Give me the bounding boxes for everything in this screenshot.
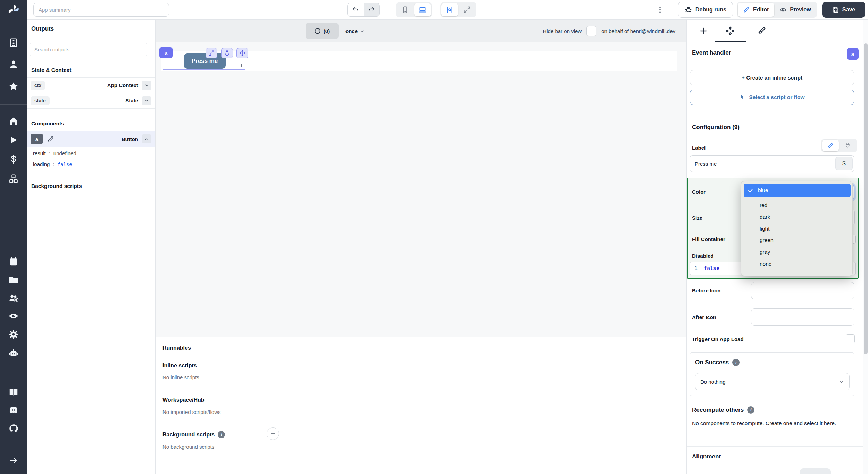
ctx-output-row[interactable]: ctx App Context — [27, 78, 155, 93]
panel-scrollbar[interactable] — [863, 20, 868, 474]
state-output-row[interactable]: state State — [27, 93, 155, 108]
trigger-on-app-load-label: Trigger On App Load — [692, 336, 744, 342]
color-option-none[interactable]: none — [741, 258, 852, 269]
edit-pencil-icon[interactable] — [47, 135, 54, 142]
inline-scripts-title: Inline scripts — [162, 363, 197, 369]
hide-bar-checkbox[interactable] — [586, 26, 596, 36]
editor-tab[interactable]: Editor — [738, 3, 774, 17]
refresh-count: (0) — [324, 28, 330, 34]
select-script-or-flow-button[interactable]: Select a script or flow — [690, 90, 854, 105]
more-options-kebab-icon[interactable] — [656, 5, 664, 15]
connect-plug-toggle[interactable] — [840, 140, 856, 151]
active-tab-underline — [715, 41, 746, 42]
user-icon[interactable] — [8, 59, 19, 69]
anchor-component-button[interactable] — [221, 48, 233, 58]
color-option-gray[interactable]: gray — [741, 246, 852, 258]
result-value: undefined — [53, 150, 76, 156]
color-option-red[interactable]: red — [741, 199, 852, 211]
label-field-label: Label — [692, 145, 706, 151]
on-success-select[interactable]: Do nothing — [695, 373, 850, 390]
expand-component-button[interactable] — [206, 48, 217, 58]
insert-component-tab[interactable] — [699, 26, 708, 36]
center-layout-button[interactable] — [441, 3, 458, 16]
search-outputs-input[interactable] — [30, 43, 147, 56]
after-icon-field[interactable] — [751, 308, 854, 326]
docs-book-icon[interactable] — [8, 387, 19, 397]
recompute-others-empty-text: No components to recompute. Create one a… — [692, 419, 848, 427]
left-nav-rail — [0, 0, 27, 474]
add-background-script-button[interactable] — [267, 427, 279, 440]
static-pencil-toggle[interactable] — [822, 140, 839, 151]
label-value-text: Press me — [695, 161, 717, 167]
loading-value: false — [58, 161, 72, 167]
alignment-control-partial[interactable] — [800, 468, 831, 474]
ai-robot-icon[interactable] — [8, 348, 19, 358]
component-id-badge: a — [847, 48, 859, 60]
color-option-dark[interactable]: dark — [741, 211, 852, 223]
groups-users-icon[interactable] — [8, 293, 19, 303]
component-id-badge: a — [31, 134, 43, 144]
undo-button[interactable] — [348, 3, 364, 16]
settings-gear-icon[interactable] — [8, 329, 19, 340]
run-mode-select[interactable]: once — [345, 20, 365, 42]
connect-dollar-button[interactable]: $ — [835, 157, 853, 170]
color-option-light[interactable]: light — [741, 223, 852, 234]
before-icon-field[interactable] — [751, 282, 854, 299]
favorites-star-icon[interactable] — [8, 81, 19, 92]
variables-dollar-icon[interactable] — [8, 154, 19, 165]
create-inline-script-button[interactable]: + Create an inline script — [690, 70, 854, 85]
workspace-icon[interactable] — [8, 38, 19, 48]
refresh-runs-button[interactable]: (0) — [306, 23, 339, 39]
component-id-badge[interactable]: a — [159, 47, 173, 58]
resources-cubes-icon[interactable] — [8, 174, 19, 184]
preview-tab[interactable]: Preview — [774, 3, 816, 17]
runs-play-icon[interactable] — [8, 135, 19, 145]
color-option-green[interactable]: green — [741, 234, 852, 246]
chevron-up-icon[interactable] — [142, 134, 151, 143]
result-output-line[interactable]: result : undefined — [33, 150, 76, 156]
home-icon[interactable] — [8, 116, 19, 126]
workspace-hub-empty: No imported scripts/flows — [162, 409, 221, 415]
audit-eye-icon[interactable] — [8, 311, 19, 321]
fullscreen-layout-button[interactable] — [459, 3, 475, 16]
desktop-view-button[interactable] — [414, 3, 431, 16]
bug-icon — [685, 6, 692, 14]
expand-sidebar-arrow-icon[interactable] — [9, 456, 18, 465]
mobile-view-button[interactable] — [397, 3, 414, 16]
folders-icon[interactable] — [8, 274, 19, 285]
divider — [687, 446, 868, 447]
debug-runs-button[interactable]: Debug runs — [678, 2, 733, 18]
disabled-value: false — [704, 265, 719, 272]
label-value-field[interactable]: Press me $ — [690, 155, 854, 172]
info-icon[interactable]: i — [747, 406, 754, 414]
loading-output-line[interactable]: loading : false — [33, 161, 72, 167]
app-summary-input[interactable] — [33, 3, 169, 17]
chevron-down-icon[interactable] — [142, 96, 151, 105]
info-icon[interactable]: i — [218, 431, 225, 438]
discord-icon[interactable] — [8, 405, 19, 415]
info-icon[interactable]: i — [732, 359, 740, 366]
color-option-label: blue — [758, 187, 768, 193]
move-component-button[interactable] — [236, 48, 248, 58]
result-key: result — [33, 150, 46, 156]
github-icon[interactable] — [8, 423, 19, 434]
save-button[interactable]: Save — [822, 2, 865, 18]
component-a-row[interactable]: a Button — [27, 131, 155, 147]
state-key-badge: state — [31, 96, 50, 105]
checkmark-icon — [748, 188, 753, 193]
ctx-key-badge: ctx — [31, 81, 45, 90]
editor-label: Editor — [753, 7, 769, 13]
trigger-on-app-load-checkbox[interactable] — [846, 334, 855, 343]
windmill-logo[interactable] — [7, 3, 20, 17]
color-option-blue-selected[interactable]: blue — [744, 184, 851, 197]
schedules-calendar-icon[interactable] — [8, 256, 19, 267]
scrollbar-thumb[interactable] — [864, 43, 868, 354]
undo-redo-group — [347, 3, 380, 17]
redo-button[interactable] — [364, 3, 379, 16]
component-settings-tab[interactable] — [725, 26, 735, 36]
app-canvas: (0) once Hide bar on view on behalf of h… — [156, 20, 686, 474]
styling-brush-tab[interactable] — [757, 26, 766, 36]
resize-handle[interactable] — [238, 64, 242, 67]
chevron-down-icon[interactable] — [142, 81, 151, 90]
press-me-button[interactable]: Press me — [184, 53, 226, 69]
